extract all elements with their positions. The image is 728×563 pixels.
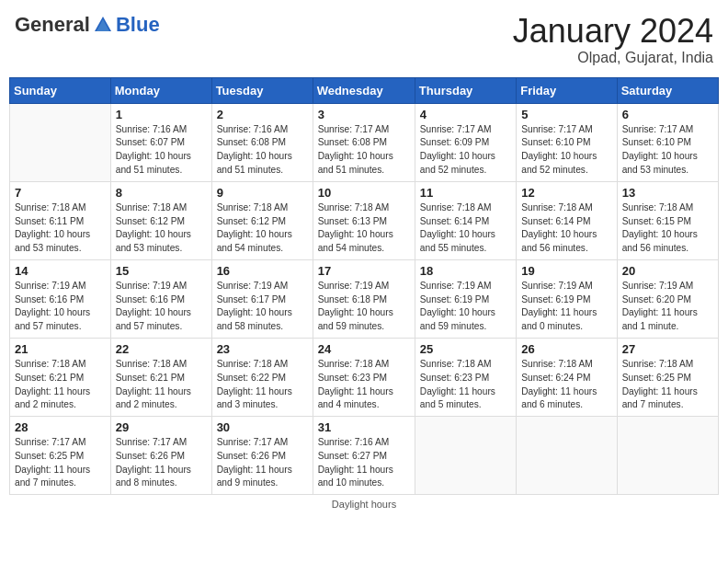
day-number: 12 [521, 186, 611, 200]
calendar-day-header: Tuesday [211, 77, 313, 103]
location-title: Olpad, Gujarat, India [513, 50, 713, 66]
day-number: 14 [15, 264, 106, 278]
day-info: Sunrise: 7:17 AM Sunset: 6:26 PM Dayligh… [217, 436, 308, 490]
day-number: 15 [116, 264, 207, 278]
day-info: Sunrise: 7:18 AM Sunset: 6:24 PM Dayligh… [521, 358, 611, 412]
calendar-cell: 4Sunrise: 7:17 AM Sunset: 6:09 PM Daylig… [415, 103, 516, 181]
calendar-cell: 10Sunrise: 7:18 AM Sunset: 6:13 PM Dayli… [313, 181, 415, 259]
day-number: 4 [420, 108, 511, 121]
day-info: Sunrise: 7:16 AM Sunset: 6:27 PM Dayligh… [318, 436, 410, 490]
calendar-week-row: 7Sunrise: 7:18 AM Sunset: 6:11 PM Daylig… [10, 181, 719, 259]
day-number: 13 [622, 186, 713, 200]
day-number: 21 [15, 342, 106, 356]
calendar-cell: 21Sunrise: 7:18 AM Sunset: 6:21 PM Dayli… [10, 338, 111, 416]
page-header: General Blue January 2024 Olpad, Gujarat… [9, 9, 719, 70]
calendar-cell: 9Sunrise: 7:18 AM Sunset: 6:12 PM Daylig… [211, 181, 313, 259]
day-info: Sunrise: 7:19 AM Sunset: 6:20 PM Dayligh… [622, 280, 713, 334]
calendar-cell: 27Sunrise: 7:18 AM Sunset: 6:25 PM Dayli… [617, 338, 718, 416]
day-info: Sunrise: 7:18 AM Sunset: 6:21 PM Dayligh… [15, 358, 106, 412]
day-number: 1 [116, 108, 207, 121]
day-info: Sunrise: 7:19 AM Sunset: 6:19 PM Dayligh… [420, 280, 511, 334]
day-number: 2 [217, 108, 308, 121]
day-info: Sunrise: 7:18 AM Sunset: 6:13 PM Dayligh… [318, 201, 410, 256]
day-info: Sunrise: 7:19 AM Sunset: 6:19 PM Dayligh… [521, 280, 611, 334]
logo-icon [93, 15, 113, 35]
day-number: 10 [318, 186, 410, 200]
day-info: Sunrise: 7:17 AM Sunset: 6:10 PM Dayligh… [521, 123, 611, 178]
day-number: 18 [420, 264, 511, 278]
day-number: 30 [217, 420, 308, 434]
day-number: 26 [521, 342, 611, 356]
calendar-cell: 23Sunrise: 7:18 AM Sunset: 6:22 PM Dayli… [211, 338, 313, 416]
calendar-cell: 8Sunrise: 7:18 AM Sunset: 6:12 PM Daylig… [110, 181, 211, 259]
calendar-cell: 5Sunrise: 7:17 AM Sunset: 6:10 PM Daylig… [517, 103, 617, 181]
day-number: 23 [217, 342, 308, 356]
calendar-cell: 18Sunrise: 7:19 AM Sunset: 6:19 PM Dayli… [415, 259, 516, 338]
footer: Daylight hours [9, 499, 719, 510]
calendar-cell: 30Sunrise: 7:17 AM Sunset: 6:26 PM Dayli… [211, 417, 313, 495]
calendar-cell: 13Sunrise: 7:18 AM Sunset: 6:15 PM Dayli… [617, 181, 718, 259]
day-number: 25 [420, 342, 511, 356]
calendar-day-header: Monday [110, 77, 211, 103]
day-info: Sunrise: 7:18 AM Sunset: 6:23 PM Dayligh… [420, 358, 511, 412]
day-info: Sunrise: 7:18 AM Sunset: 6:14 PM Dayligh… [420, 201, 511, 256]
calendar-cell: 3Sunrise: 7:17 AM Sunset: 6:08 PM Daylig… [313, 103, 415, 181]
calendar-cell: 12Sunrise: 7:18 AM Sunset: 6:14 PM Dayli… [517, 181, 617, 259]
calendar-cell: 1Sunrise: 7:16 AM Sunset: 6:07 PM Daylig… [110, 103, 211, 181]
calendar-week-row: 1Sunrise: 7:16 AM Sunset: 6:07 PM Daylig… [10, 103, 719, 181]
calendar-day-header: Thursday [415, 77, 516, 103]
day-info: Sunrise: 7:18 AM Sunset: 6:11 PM Dayligh… [15, 201, 106, 256]
day-info: Sunrise: 7:18 AM Sunset: 6:12 PM Dayligh… [116, 201, 207, 256]
calendar-day-header: Sunday [10, 77, 111, 103]
day-info: Sunrise: 7:18 AM Sunset: 6:14 PM Dayligh… [521, 201, 611, 256]
calendar-cell: 17Sunrise: 7:19 AM Sunset: 6:18 PM Dayli… [313, 259, 415, 338]
calendar-cell: 28Sunrise: 7:17 AM Sunset: 6:25 PM Dayli… [10, 417, 111, 495]
calendar-cell: 24Sunrise: 7:18 AM Sunset: 6:23 PM Dayli… [313, 338, 415, 416]
day-info: Sunrise: 7:18 AM Sunset: 6:25 PM Dayligh… [622, 358, 713, 412]
month-title: January 2024 [513, 13, 713, 50]
day-number: 29 [116, 420, 207, 434]
calendar-cell [10, 103, 111, 181]
day-number: 16 [217, 264, 308, 278]
calendar-day-header: Friday [517, 77, 617, 103]
calendar-cell [415, 417, 516, 495]
day-info: Sunrise: 7:19 AM Sunset: 6:18 PM Dayligh… [318, 280, 410, 334]
day-info: Sunrise: 7:16 AM Sunset: 6:08 PM Dayligh… [217, 123, 308, 178]
day-number: 11 [420, 186, 511, 200]
day-info: Sunrise: 7:18 AM Sunset: 6:22 PM Dayligh… [217, 358, 308, 412]
day-number: 28 [15, 420, 106, 434]
title-section: January 2024 Olpad, Gujarat, India [513, 13, 713, 66]
day-number: 8 [116, 186, 207, 200]
calendar-cell [517, 417, 617, 495]
day-info: Sunrise: 7:19 AM Sunset: 6:16 PM Dayligh… [116, 280, 207, 334]
day-info: Sunrise: 7:18 AM Sunset: 6:12 PM Dayligh… [217, 201, 308, 256]
calendar-cell: 31Sunrise: 7:16 AM Sunset: 6:27 PM Dayli… [313, 417, 415, 495]
calendar-cell: 26Sunrise: 7:18 AM Sunset: 6:24 PM Dayli… [517, 338, 617, 416]
footer-text: Daylight hours [332, 499, 396, 510]
day-info: Sunrise: 7:17 AM Sunset: 6:10 PM Dayligh… [622, 123, 713, 178]
logo-general-text: General [15, 13, 90, 37]
calendar-table: SundayMondayTuesdayWednesdayThursdayFrid… [9, 77, 719, 496]
day-number: 24 [318, 342, 410, 356]
calendar-cell: 20Sunrise: 7:19 AM Sunset: 6:20 PM Dayli… [617, 259, 718, 338]
day-info: Sunrise: 7:17 AM Sunset: 6:25 PM Dayligh… [15, 436, 106, 490]
day-number: 27 [622, 342, 713, 356]
calendar-week-row: 21Sunrise: 7:18 AM Sunset: 6:21 PM Dayli… [10, 338, 719, 416]
calendar-cell: 15Sunrise: 7:19 AM Sunset: 6:16 PM Dayli… [110, 259, 211, 338]
calendar-cell: 6Sunrise: 7:17 AM Sunset: 6:10 PM Daylig… [617, 103, 718, 181]
day-info: Sunrise: 7:17 AM Sunset: 6:08 PM Dayligh… [318, 123, 410, 178]
calendar-cell: 25Sunrise: 7:18 AM Sunset: 6:23 PM Dayli… [415, 338, 516, 416]
day-number: 6 [622, 108, 713, 121]
day-number: 7 [15, 186, 106, 200]
logo-blue-text: Blue [116, 13, 160, 37]
logo: General Blue [15, 13, 160, 37]
calendar-week-row: 14Sunrise: 7:19 AM Sunset: 6:16 PM Dayli… [10, 259, 719, 338]
calendar-cell: 22Sunrise: 7:18 AM Sunset: 6:21 PM Dayli… [110, 338, 211, 416]
calendar-cell [617, 417, 718, 495]
day-info: Sunrise: 7:18 AM Sunset: 6:21 PM Dayligh… [116, 358, 207, 412]
day-number: 19 [521, 264, 611, 278]
day-number: 22 [116, 342, 207, 356]
calendar-cell: 2Sunrise: 7:16 AM Sunset: 6:08 PM Daylig… [211, 103, 313, 181]
day-info: Sunrise: 7:18 AM Sunset: 6:15 PM Dayligh… [622, 201, 713, 256]
day-info: Sunrise: 7:17 AM Sunset: 6:26 PM Dayligh… [116, 436, 207, 490]
